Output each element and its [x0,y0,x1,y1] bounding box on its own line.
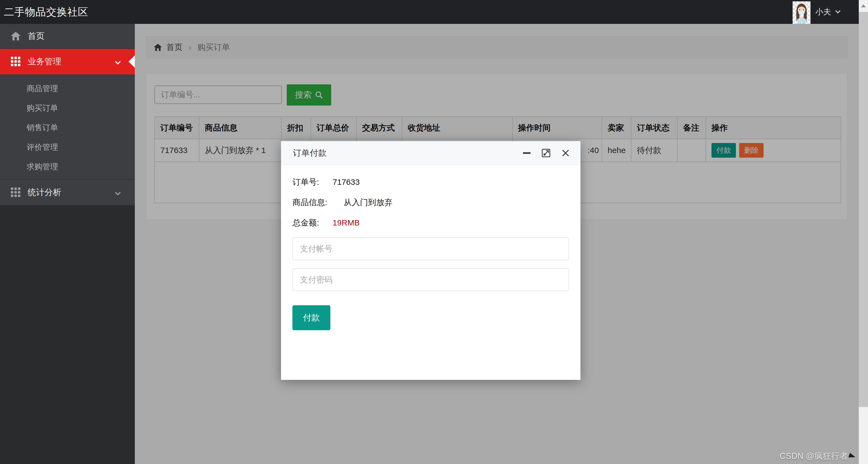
field-label: 商品信息: [292,197,344,208]
sidebar-item-home[interactable]: 首页 [0,24,135,49]
watermark-text: CSDN @疯狂行者 [780,451,848,462]
field-label: 总金额: [292,217,333,228]
minimize-icon[interactable] [523,152,531,154]
field-value: 从入门到放弃 [344,197,393,208]
scrollbar[interactable] [859,0,868,464]
chevron-down-icon [115,59,121,64]
active-item-marker [129,55,135,68]
sidebar-item-business[interactable]: 业务管理 [0,49,135,74]
pay-account-input[interactable] [292,238,569,260]
business-submenu: 商品管理 购买订单 销售订单 评价管理 求购管理 [0,74,135,179]
chevron-down-icon [115,189,121,195]
user-menu[interactable]: 小夫 [793,0,840,24]
close-icon[interactable] [561,149,569,157]
watermark: CSDN @疯狂行者 [780,451,856,462]
field-value: 717633 [333,178,360,187]
sidebar-item-wanted[interactable]: 求购管理 [0,157,135,176]
sidebar: 首页 业务管理 商品管理 购买订单 销售订单 评价管理 求购管理 [0,24,135,464]
sidebar-item-label: 业务管理 [28,56,61,67]
amount-value: 19RMB [333,218,360,227]
top-header: 二手物品交换社区 小夫 [0,0,859,24]
field-label: 订单号: [292,177,333,188]
home-icon [11,32,21,40]
modal-titlebar[interactable]: 订单付款 [281,141,581,165]
scrollbar-thumb[interactable] [859,12,868,407]
main-content: 首页 › 购买订单 搜索 订单编号 商品信息 折扣 订单总价 交易方式 收货地址… [135,24,859,464]
payment-modal: 订单付款 [281,141,581,380]
field-order-no: 订单号: 717633 [292,176,569,188]
sidebar-item-statistics[interactable]: 统计分析 [0,179,135,205]
sidebar-item-goods[interactable]: 商品管理 [0,79,135,98]
field-product: 商品信息: 从入门到放弃 [292,197,569,208]
sidebar-item-purchase-orders[interactable]: 购买订单 [0,98,135,118]
maximize-icon[interactable] [541,148,551,158]
field-amount: 总金额: 19RMB [292,217,569,228]
grid-icon [11,187,21,197]
app-title: 二手物品交换社区 [4,5,88,19]
sidebar-item-label: 统计分析 [28,187,61,198]
chevron-down-icon [835,8,841,13]
sidebar-item-sales-orders[interactable]: 销售订单 [0,118,135,137]
user-avatar [793,2,810,24]
sidebar-item-label: 首页 [28,30,44,42]
scroll-up-button[interactable] [859,0,868,11]
modal-body: 订单号: 717633 商品信息: 从入门到放弃 总金额: 19RMB 付款 [281,165,581,330]
pay-password-input[interactable] [292,268,569,291]
pay-button[interactable]: 付款 [292,305,330,330]
user-name: 小夫 [815,6,831,18]
scroll-up-icon [861,4,866,7]
grid-icon [11,57,21,66]
modal-title: 订单付款 [293,147,327,159]
avatar [793,1,810,24]
sidebar-item-reviews[interactable]: 评价管理 [0,137,135,157]
sidebar-menu: 首页 业务管理 商品管理 购买订单 销售订单 评价管理 求购管理 [0,24,135,205]
cursor-icon [848,453,856,460]
